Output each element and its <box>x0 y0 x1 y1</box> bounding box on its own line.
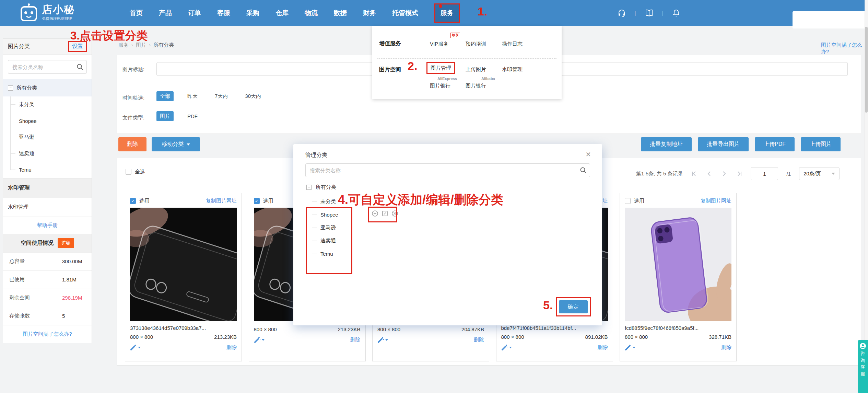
first-page-icon[interactable] <box>691 171 697 177</box>
headset-icon[interactable] <box>618 9 626 17</box>
image-filename: bde7f471f08b4511a1f33b114bf... <box>501 325 608 331</box>
select-all-checkbox[interactable] <box>126 169 131 175</box>
close-icon[interactable]: ✕ <box>585 150 591 159</box>
modal-category-search-input[interactable] <box>305 163 590 177</box>
sidebar-item-watermark-manage[interactable]: 水印管理 <box>3 198 92 217</box>
menu-item-vip-service[interactable]: VIP服务 <box>430 41 448 47</box>
watermark-wand-icon[interactable] <box>625 344 635 351</box>
nav-item-订单[interactable]: 订单 <box>188 9 201 18</box>
search-icon[interactable] <box>580 167 587 175</box>
modal-category-Temu[interactable]: Temu <box>312 247 394 260</box>
watermark-wand-icon[interactable] <box>377 336 388 343</box>
time-option-30天内[interactable]: 30天内 <box>242 91 265 101</box>
annotation-step1: 1. <box>478 5 487 18</box>
collapse-icon[interactable]: − <box>306 185 312 190</box>
prev-page-icon[interactable] <box>706 171 712 177</box>
sidebar-category-Temu[interactable]: Temu <box>3 162 92 178</box>
batch-export-button[interactable]: 批量导出图片 <box>698 137 749 151</box>
expand-storage-button[interactable]: 扩容 <box>58 238 74 248</box>
menu-item-ae-image-bank[interactable]: 图片银行 <box>430 83 450 89</box>
customer-service-widget[interactable]: 咨询客服 <box>858 340 868 393</box>
sidebar-category-root[interactable]: − 所有分类 <box>3 79 92 96</box>
space-row: 剩余空间298.19M <box>3 289 92 307</box>
product-image[interactable] <box>130 208 237 321</box>
nav-item-产品[interactable]: 产品 <box>159 9 172 18</box>
user-area-placeholder[interactable] <box>793 11 867 28</box>
sidebar-category-Shopee[interactable]: Shopee <box>3 113 92 129</box>
delete-category-icon[interactable] <box>391 210 398 217</box>
type-option-图片[interactable]: 图片 <box>156 111 174 121</box>
nav-item-采购[interactable]: 采购 <box>246 9 259 18</box>
sidebar-category-亚马逊[interactable]: 亚马逊 <box>3 129 92 146</box>
select-image-checkbox[interactable]: ✓ <box>254 198 260 204</box>
delete-image-link[interactable]: 删除 <box>721 344 731 351</box>
batch-copy-url-button[interactable]: 批量复制地址 <box>641 137 692 151</box>
nav-item-首页[interactable]: 首页 <box>130 9 143 18</box>
menu-item-training[interactable]: 预约培训 <box>466 41 486 47</box>
nav-item-客服[interactable]: 客服 <box>217 9 230 18</box>
modal-category-亚马逊[interactable]: 亚马逊 <box>312 221 394 234</box>
delete-image-link[interactable]: 删除 <box>598 344 608 351</box>
menu-item-watermark-manage[interactable]: 水印管理 <box>502 66 523 73</box>
select-image-checkbox[interactable]: ✓ <box>130 198 136 204</box>
copy-image-url-link[interactable]: 复制图片网址 <box>701 198 731 204</box>
menu-group-image-space: 图片空间 <box>379 66 401 73</box>
nav-item-数据[interactable]: 数据 <box>334 9 347 18</box>
menu-item-operation-log[interactable]: 操作日志 <box>502 41 523 47</box>
page-number-input[interactable] <box>751 167 778 180</box>
nav-item-托管模式[interactable]: 托管模式 <box>392 9 418 18</box>
copy-image-url-link[interactable]: 复制图片网址 <box>206 198 237 204</box>
edit-category-icon[interactable] <box>382 210 388 217</box>
image-filename: 373138e43614d57e0709b33a7... <box>130 325 237 331</box>
category-search-input[interactable] <box>8 60 87 74</box>
watermark-wand-icon[interactable] <box>501 344 512 351</box>
confirm-button[interactable]: 确定 <box>559 300 588 313</box>
nav-item-物流[interactable]: 物流 <box>305 9 318 18</box>
watermark-wand-icon[interactable] <box>254 336 265 343</box>
sidebar-category-速卖通[interactable]: 速卖通 <box>3 146 92 162</box>
last-page-icon[interactable] <box>736 171 742 177</box>
upload-image-button[interactable]: 上传图片 <box>801 137 841 151</box>
delete-button[interactable]: 删除 <box>118 137 146 151</box>
page-size-select[interactable]: 20条/页 <box>799 167 840 180</box>
scrollbar-track[interactable] <box>865 0 868 393</box>
menu-item-upload-image[interactable]: 上传图片 <box>466 66 486 73</box>
sidebar-category-未分类[interactable]: 未分类 <box>3 96 92 113</box>
chevron-down-icon <box>633 347 635 348</box>
delete-image-link[interactable]: 删除 <box>226 344 237 351</box>
sidebar-category-Temu-label: Temu <box>19 167 32 173</box>
space-full-help-link[interactable]: 图片空间满了怎么办? <box>3 325 92 343</box>
menu-item-ali-image-bank[interactable]: 图片银行 <box>466 83 486 89</box>
time-option-昨天[interactable]: 昨天 <box>184 91 201 101</box>
product-image[interactable] <box>625 208 731 321</box>
modal-category-root[interactable]: − 所有分类 <box>306 184 336 190</box>
search-icon[interactable] <box>77 63 83 71</box>
nav-item-仓库[interactable]: 仓库 <box>275 9 289 18</box>
scrollbar-thumb[interactable] <box>865 27 868 113</box>
watermark-wand-icon[interactable] <box>130 344 141 351</box>
customer-service-label-char: 客 <box>861 365 865 370</box>
help-manual-link[interactable]: 帮助手册 <box>3 217 92 234</box>
modal-category-Shopee-label: Shopee <box>320 212 338 218</box>
time-option-7天内[interactable]: 7天内 <box>211 91 231 101</box>
upload-pdf-button[interactable]: 上传PDF <box>755 137 795 151</box>
collapse-icon[interactable]: − <box>8 85 13 91</box>
nav-item-服务[interactable]: 服务 <box>434 3 460 23</box>
add-category-icon[interactable] <box>372 210 378 217</box>
menu-item-image-manage[interactable]: 图片管理 <box>426 62 455 74</box>
delete-image-link[interactable]: 删除 <box>350 337 361 343</box>
book-icon[interactable] <box>645 9 653 17</box>
modal-category-速卖通[interactable]: 速卖通 <box>312 234 394 247</box>
next-page-icon[interactable] <box>721 171 727 177</box>
space-full-help-link-top[interactable]: 图片空间满了怎么办? <box>821 42 868 55</box>
select-image-checkbox[interactable] <box>625 198 631 204</box>
space-row-label: 总容量 <box>3 253 57 270</box>
time-option-全部[interactable]: 全部 <box>156 91 174 101</box>
move-category-button[interactable]: 移动分类 <box>152 137 200 151</box>
nav-item-财务[interactable]: 财务 <box>363 9 376 18</box>
type-option-PDF[interactable]: PDF <box>184 112 201 121</box>
app-logo[interactable]: 店小秘 免费跨境电商ERP <box>20 3 75 22</box>
delete-image-link[interactable]: 删除 <box>474 337 484 343</box>
bell-icon[interactable] <box>672 9 680 17</box>
chevron-down-icon <box>138 347 141 348</box>
